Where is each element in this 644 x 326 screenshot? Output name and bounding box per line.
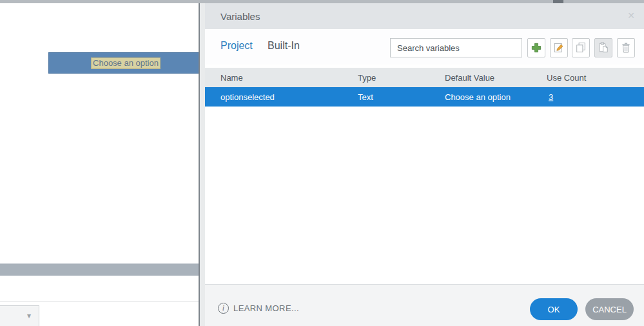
use-count-link[interactable]: 3: [549, 92, 553, 102]
learn-more-link[interactable]: i LEARN MORE...: [218, 303, 299, 314]
plus-icon: [530, 41, 543, 54]
ok-button[interactable]: OK: [530, 298, 578, 320]
delete-variable-button[interactable]: [617, 38, 635, 57]
row-cell-name: optionselected: [220, 92, 275, 102]
row-cell-type: Text: [358, 92, 373, 102]
chevron-down-icon: ▾: [27, 311, 31, 320]
stage-button-label: Choose an option: [91, 57, 161, 69]
stage-dropdown-button[interactable]: Choose an option: [48, 52, 203, 74]
dialog-title: Variables: [220, 11, 260, 22]
table-header: Name Type Default Value Use Count: [205, 68, 644, 87]
dialog-footer: i LEARN MORE... OK CANCEL: [205, 284, 644, 326]
edit-variable-button[interactable]: [550, 38, 568, 57]
stage-divider-line: [0, 301, 199, 302]
tab-project[interactable]: Project: [220, 40, 253, 52]
close-icon[interactable]: ✕: [627, 11, 635, 20]
search-input[interactable]: [390, 38, 522, 57]
add-variable-button[interactable]: [527, 38, 545, 57]
pencil-icon: [552, 41, 565, 54]
paste-variable-button[interactable]: [594, 38, 612, 57]
stage-divider-bar: [0, 263, 199, 276]
column-header-use-count[interactable]: Use Count: [547, 73, 586, 83]
screen: Choose an option ▾ Variables ✕ Project B…: [0, 0, 644, 326]
column-header-default-value[interactable]: Default Value: [445, 73, 494, 83]
stage-combobox[interactable]: ▾: [0, 305, 39, 326]
dialog-toolbar: Project Built-In: [205, 29, 644, 65]
trash-icon: [620, 41, 632, 54]
cancel-button[interactable]: CANCEL: [585, 298, 634, 320]
duplicate-variable-button[interactable]: [572, 38, 590, 57]
table-row-optionselected[interactable]: optionselected Text Choose an option 3: [205, 87, 644, 107]
column-header-type[interactable]: Type: [358, 73, 376, 83]
row-cell-default-value: Choose an option: [445, 92, 511, 102]
vertical-scrollbar[interactable]: [199, 3, 205, 326]
copy-icon: [574, 41, 587, 54]
dialog-titlebar: Variables ✕: [205, 3, 644, 29]
table-body-empty: [205, 107, 644, 284]
stage-canvas: Choose an option ▾: [0, 3, 199, 326]
info-icon: i: [218, 303, 229, 314]
variables-dialog: Variables ✕ Project Built-In: [205, 3, 644, 326]
learn-more-label: LEARN MORE...: [233, 303, 299, 313]
paste-icon: [597, 41, 610, 54]
column-header-name[interactable]: Name: [220, 73, 243, 83]
tab-built-in[interactable]: Built-In: [268, 40, 300, 52]
